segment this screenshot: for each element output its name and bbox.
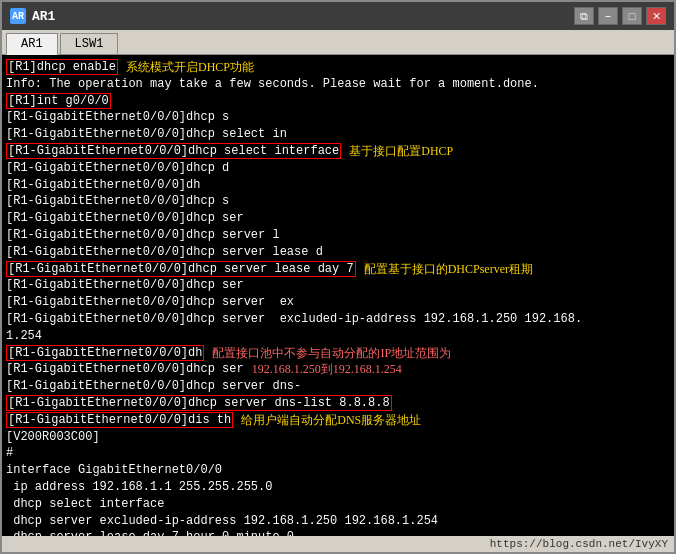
terminal-line: [R1-GigabitEthernet0/0/0]dhcp server lea… (6, 261, 670, 278)
terminal-line: [R1-GigabitEthernet0/0/0]dhcp server lea… (6, 244, 670, 261)
terminal-line: [R1-GigabitEthernet0/0/0]dhcp server dns… (6, 395, 670, 412)
line-annotation: 基于接口配置DHCP (349, 143, 453, 160)
line-text: [R1-GigabitEthernet0/0/0]dhcp server dns… (6, 378, 301, 395)
restore-button[interactable]: ⧉ (574, 7, 594, 25)
tab-bar: AR1 LSW1 (2, 30, 674, 55)
title-bar-controls: ⧉ − □ ✕ (574, 7, 666, 25)
line-annotation: 配置基于接口的DHCPserver租期 (364, 261, 533, 278)
minimize-button[interactable]: − (598, 7, 618, 25)
line-text: [R1-GigabitEthernet0/0/0]dhcp ser (6, 210, 244, 227)
line-text: Info: The operation may take a few secon… (6, 76, 539, 93)
line-text: [R1-GigabitEthernet0/0/0]dh (6, 345, 204, 362)
terminal-line: [R1-GigabitEthernet0/0/0]dhcp s (6, 109, 670, 126)
line-text: [R1]int g0/0/0 (6, 93, 111, 110)
line-text: # (6, 445, 13, 462)
terminal-line: [R1-GigabitEthernet0/0/0]dhcp ser192.168… (6, 361, 670, 378)
line-text: [R1-GigabitEthernet0/0/0]dh (6, 177, 200, 194)
terminal-line: interface GigabitEthernet0/0/0 (6, 462, 670, 479)
status-bar: https://blog.csdn.net/IvyXY (2, 536, 674, 552)
line-annotation: 给用户端自动分配DNS服务器地址 (241, 412, 421, 429)
line-text: [R1-GigabitEthernet0/0/0]dhcp s (6, 193, 229, 210)
terminal-line: dhcp select interface (6, 496, 670, 513)
terminal-line: ip address 192.168.1.1 255.255.255.0 (6, 479, 670, 496)
line-text: dhcp server lease day 7 hour 0 minute 0 (6, 529, 294, 536)
terminal-area[interactable]: [R1]dhcp enable系统模式开启DHCP功能Info: The ope… (2, 55, 674, 536)
line-text: 1.254 (6, 328, 42, 345)
window-title: AR1 (32, 9, 55, 24)
terminal-line: [R1-GigabitEthernet0/0/0]dhcp s (6, 193, 670, 210)
line-text: [R1-GigabitEthernet0/0/0]dhcp server dns… (6, 395, 392, 412)
terminal-line: [R1-GigabitEthernet0/0/0]dhcp server ex (6, 294, 670, 311)
title-bar: AR AR1 ⧉ − □ ✕ (2, 2, 674, 30)
terminal-line: [R1-GigabitEthernet0/0/0]dhcp select in (6, 126, 670, 143)
line-text: [R1-GigabitEthernet0/0/0]dhcp s (6, 109, 229, 126)
line-annotation: 系统模式开启DHCP功能 (126, 59, 254, 76)
line-text: [R1-GigabitEthernet0/0/0]dhcp ser (6, 277, 244, 294)
terminal-line: [R1-GigabitEthernet0/0/0]dhcp select int… (6, 143, 670, 160)
line-text: [R1-GigabitEthernet0/0/0]dhcp server lea… (6, 261, 356, 278)
terminal-line: [R1-GigabitEthernet0/0/0]dhcp server l (6, 227, 670, 244)
line-annotation: 配置接口池中不参与自动分配的IP地址范围为 (212, 345, 451, 362)
maximize-button[interactable]: □ (622, 7, 642, 25)
line-text: ip address 192.168.1.1 255.255.255.0 (6, 479, 272, 496)
line-text: [R1-GigabitEthernet0/0/0]dhcp server lea… (6, 244, 323, 261)
line-text: [R1-GigabitEthernet0/0/0]dhcp d (6, 160, 229, 177)
terminal-line: # (6, 445, 670, 462)
terminal-line: Info: The operation may take a few secon… (6, 76, 670, 93)
close-button[interactable]: ✕ (646, 7, 666, 25)
tab-lsw1[interactable]: LSW1 (60, 33, 119, 54)
terminal-line: [V200R003C00] (6, 429, 670, 446)
terminal-line: [R1]int g0/0/0 (6, 93, 670, 110)
terminal-line: [R1-GigabitEthernet0/0/0]dhcp server exc… (6, 311, 670, 328)
main-window: AR AR1 ⧉ − □ ✕ AR1 LSW1 [R1]dhcp enable系… (0, 0, 676, 554)
status-url: https://blog.csdn.net/IvyXY (490, 538, 668, 550)
terminal-line: dhcp server lease day 7 hour 0 minute 0 (6, 529, 670, 536)
line-text: [R1-GigabitEthernet0/0/0]dhcp server l (6, 227, 280, 244)
tab-ar1[interactable]: AR1 (6, 33, 58, 55)
terminal-line: [R1-GigabitEthernet0/0/0]dhcp d (6, 160, 670, 177)
terminal-line: dhcp server excluded-ip-address 192.168.… (6, 513, 670, 530)
line-text: [R1-GigabitEthernet0/0/0]dhcp server ex (6, 294, 294, 311)
line-text: [R1-GigabitEthernet0/0/0]dhcp server exc… (6, 311, 582, 328)
line-text: dhcp select interface (6, 496, 164, 513)
app-icon: AR (10, 8, 26, 24)
line-text: [R1]dhcp enable (6, 59, 118, 76)
terminal-line: [R1]dhcp enable系统模式开启DHCP功能 (6, 59, 670, 76)
line-text: [R1-GigabitEthernet0/0/0]dhcp ser (6, 361, 244, 378)
terminal-line: [R1-GigabitEthernet0/0/0]dis th给用户端自动分配D… (6, 412, 670, 429)
terminal-line: [R1-GigabitEthernet0/0/0]dh配置接口池中不参与自动分配… (6, 345, 670, 362)
terminal-line: [R1-GigabitEthernet0/0/0]dhcp ser (6, 277, 670, 294)
terminal-line: [R1-GigabitEthernet0/0/0]dhcp server dns… (6, 378, 670, 395)
line-text: dhcp server excluded-ip-address 192.168.… (6, 513, 438, 530)
line-text: [R1-GigabitEthernet0/0/0]dhcp select int… (6, 143, 341, 160)
line-text: [V200R003C00] (6, 429, 100, 446)
terminal-line: 1.254 (6, 328, 670, 345)
line-text: interface GigabitEthernet0/0/0 (6, 462, 222, 479)
title-bar-left: AR AR1 (10, 8, 55, 24)
terminal-line: [R1-GigabitEthernet0/0/0]dh (6, 177, 670, 194)
line-text: [R1-GigabitEthernet0/0/0]dis th (6, 412, 233, 429)
terminal-line: [R1-GigabitEthernet0/0/0]dhcp ser (6, 210, 670, 227)
line-text: [R1-GigabitEthernet0/0/0]dhcp select in (6, 126, 287, 143)
line-annotation: 192.168.1.250到192.168.1.254 (252, 361, 402, 378)
